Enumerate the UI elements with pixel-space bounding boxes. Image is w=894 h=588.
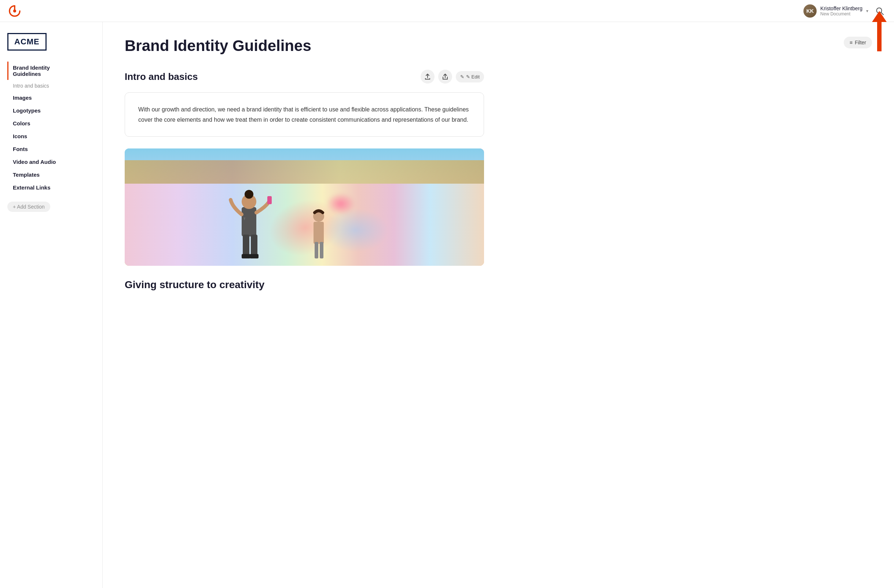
chevron-down-icon: ▾ bbox=[866, 8, 868, 14]
description-text: With our growth and direction, we need a… bbox=[138, 104, 470, 124]
nav-subitem-intro[interactable]: Intro and basics bbox=[8, 81, 95, 91]
svg-rect-10 bbox=[242, 254, 251, 258]
edit-button[interactable]: ✎ ✎ Edit bbox=[456, 71, 484, 83]
nav-item-images[interactable]: Images bbox=[8, 92, 95, 104]
section-subtitle: Giving structure to creativity bbox=[125, 279, 484, 291]
header-right: KK Kristoffer Klintberg New Document ▾ bbox=[803, 4, 886, 18]
section-header: Intro and basics bbox=[125, 69, 484, 84]
acme-logo-text: ACME bbox=[8, 33, 47, 51]
header-left bbox=[8, 4, 22, 18]
graffiti-scene: T bbox=[125, 148, 484, 266]
nav-item-video-audio[interactable]: Video and Audio bbox=[8, 156, 95, 168]
edit-label: ✎ Edit bbox=[466, 74, 480, 80]
sidebar: ACME Brand IdentityGuidelines Intro and … bbox=[0, 22, 103, 313]
svg-text:T: T bbox=[243, 217, 246, 221]
nav-item-logotypes[interactable]: Logotypes bbox=[8, 104, 95, 116]
description-card: With our growth and direction, we need a… bbox=[125, 92, 484, 136]
app-header: KK Kristoffer Klintberg New Document ▾ bbox=[0, 0, 894, 22]
user-menu[interactable]: KK Kristoffer Klintberg New Document ▾ bbox=[803, 5, 868, 18]
svg-rect-13 bbox=[314, 222, 324, 244]
user-text-block: Kristoffer Klintberg New Document bbox=[820, 6, 862, 17]
upload-button[interactable] bbox=[421, 69, 435, 84]
section-actions: ✎ ✎ Edit bbox=[421, 69, 484, 84]
user-document: New Document bbox=[820, 11, 862, 17]
page-title: Brand Identity Guidelines bbox=[125, 37, 484, 55]
svg-rect-11 bbox=[250, 254, 258, 258]
svg-line-3 bbox=[881, 12, 883, 15]
sidebar-navigation: Brand IdentityGuidelines Intro and basic… bbox=[8, 62, 95, 194]
brand-logo: ACME bbox=[8, 33, 95, 51]
svg-rect-9 bbox=[251, 235, 257, 256]
search-button[interactable] bbox=[873, 4, 886, 18]
svg-rect-8 bbox=[243, 235, 249, 256]
svg-rect-4 bbox=[242, 207, 256, 237]
main-layout: ACME Brand IdentityGuidelines Intro and … bbox=[0, 22, 894, 313]
filter-label: Filter bbox=[855, 39, 866, 45]
svg-rect-15 bbox=[315, 242, 318, 258]
svg-point-6 bbox=[245, 190, 254, 199]
edit-icon: ✎ bbox=[460, 74, 464, 80]
main-content: Brand Identity Guidelines Intro and basi… bbox=[103, 22, 506, 313]
section-title: Intro and basics bbox=[125, 71, 198, 83]
svg-rect-7 bbox=[267, 196, 272, 204]
add-section-button[interactable]: + Add Section bbox=[8, 202, 50, 212]
nav-item-colors[interactable]: Colors bbox=[8, 117, 95, 130]
nav-item-fonts[interactable]: Fonts bbox=[8, 143, 95, 155]
svg-rect-16 bbox=[320, 242, 323, 258]
hero-image: T bbox=[125, 148, 484, 266]
app-logo[interactable] bbox=[8, 4, 22, 18]
filter-icon: ≡ bbox=[850, 39, 853, 45]
nav-item-icons[interactable]: Icons bbox=[8, 130, 95, 142]
share-button[interactable] bbox=[438, 69, 452, 84]
user-avatar: KK bbox=[803, 5, 817, 18]
nav-item-templates[interactable]: Templates bbox=[8, 169, 95, 181]
user-name: Kristoffer Klintberg bbox=[820, 6, 862, 11]
nav-item-external-links[interactable]: External Links bbox=[8, 181, 95, 193]
filter-button[interactable]: ≡ Filter bbox=[844, 37, 872, 48]
nav-item-brand-identity[interactable]: Brand IdentityGuidelines bbox=[8, 62, 95, 80]
